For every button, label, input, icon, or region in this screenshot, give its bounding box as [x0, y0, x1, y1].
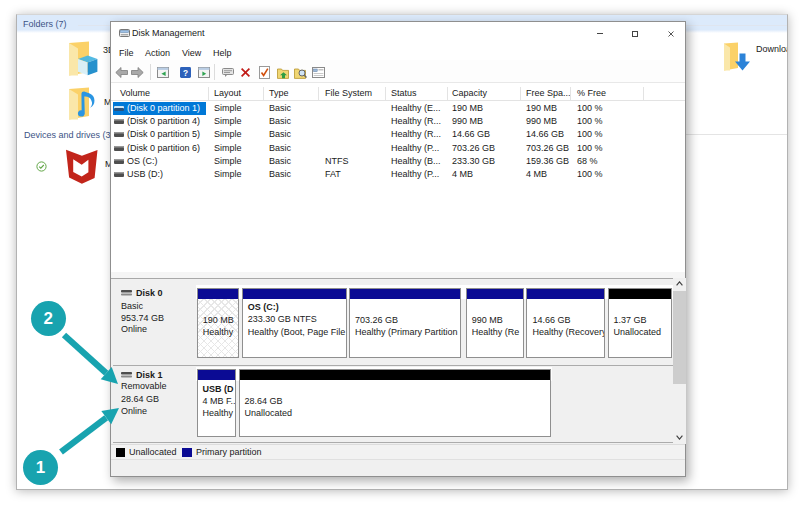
- svg-text:?: ?: [183, 68, 188, 78]
